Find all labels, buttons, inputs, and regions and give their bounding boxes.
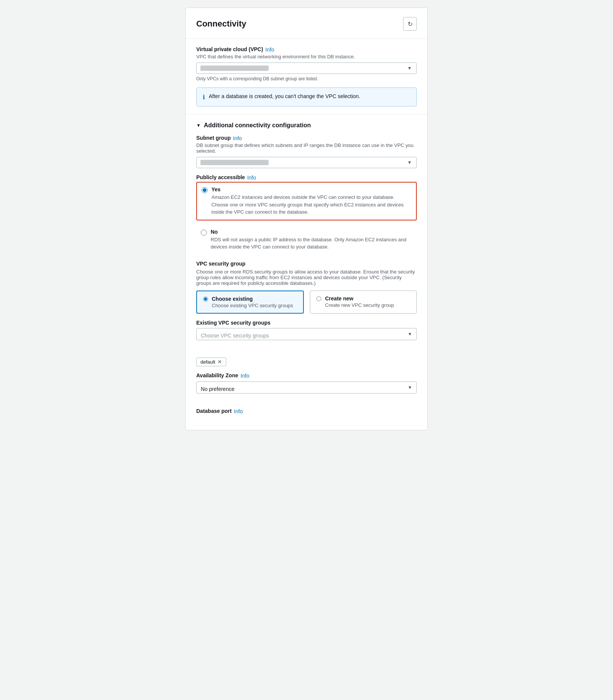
existing-sg-select[interactable] — [196, 328, 417, 340]
az-select-wrapper: ▼ — [196, 381, 417, 394]
vpc-chevron-icon: ▼ — [407, 66, 412, 71]
connectivity-card: Connectivity ↻ Virtual private cloud (VP… — [185, 8, 428, 430]
subnet-chevron-icon: ▼ — [407, 160, 412, 165]
page-title: Connectivity — [196, 19, 246, 29]
publicly-accessible-yes-option[interactable]: Yes Amazon EC2 instances and devices out… — [196, 182, 417, 220]
publicly-accessible-yes-radio[interactable] — [202, 187, 208, 193]
existing-sg-label: Existing VPC security groups — [196, 320, 417, 326]
subnet-value-masked — [200, 160, 269, 165]
create-new-desc: Create new VPC security group — [325, 302, 394, 308]
vpc-security-group-section: VPC security group Choose one or more RD… — [196, 261, 417, 366]
az-info-link[interactable]: Info — [241, 373, 249, 379]
card-header: Connectivity ↻ — [196, 17, 417, 31]
publicly-accessible-no-label[interactable]: No — [211, 229, 218, 235]
choose-existing-desc: Choose existing VPC security groups — [212, 303, 293, 308]
section-divider — [186, 114, 427, 114]
az-label: Availability Zone — [196, 372, 238, 378]
publicly-accessible-info-link[interactable]: Info — [247, 175, 256, 181]
choose-existing-option[interactable]: Choose existing Choose existing VPC secu… — [196, 291, 304, 314]
info-box-text: After a database is created, you can't c… — [209, 93, 360, 99]
db-port-info-link[interactable]: Info — [234, 408, 242, 414]
additional-config-label: Additional connectivity configuration — [204, 122, 311, 129]
subnet-label-row: Subnet group Info — [196, 135, 417, 142]
vpc-description: VPC that defines the virtual networking … — [196, 54, 417, 59]
vpc-info-link[interactable]: Info — [265, 47, 274, 53]
vpc-sg-options: Choose existing Choose existing VPC secu… — [196, 291, 417, 314]
choose-existing-radio[interactable] — [203, 297, 208, 302]
subnet-group-label: Subnet group — [196, 135, 231, 141]
default-tag-label: default — [200, 359, 215, 365]
info-circle-icon: ℹ — [203, 94, 205, 101]
publicly-accessible-yes-desc: Amazon EC2 instances and devices outside… — [211, 194, 411, 216]
choose-existing-content: Choose existing Choose existing VPC secu… — [212, 296, 293, 308]
create-new-option[interactable]: Create new Create new VPC security group — [310, 291, 417, 314]
additional-config-section: ▼ Additional connectivity configuration … — [196, 122, 417, 415]
db-port-label-row: Database port Info — [196, 408, 417, 415]
publicly-accessible-no-desc: RDS will not assign a public IP address … — [211, 236, 412, 251]
publicly-accessible-label: Publicly accessible — [196, 174, 245, 180]
subnet-description: DB subnet group that defines which subne… — [196, 142, 417, 154]
availability-zone-section: Availability Zone Info ▼ No preference — [196, 372, 417, 395]
subnet-select[interactable]: ▼ — [196, 157, 417, 168]
subnet-group-section: Subnet group Info DB subnet group that d… — [196, 135, 417, 168]
az-label-row: Availability Zone Info — [196, 372, 417, 379]
publicly-accessible-no-content: No RDS will not assign a public IP addre… — [211, 229, 412, 251]
publicly-accessible-yes-label[interactable]: Yes — [211, 186, 220, 192]
existing-sg-select-wrapper: ▼ — [196, 328, 417, 340]
publicly-accessible-no-radio[interactable] — [201, 230, 207, 236]
vpc-sg-description: Choose one or more RDS security groups t… — [196, 269, 417, 286]
publicly-accessible-yes-content: Yes Amazon EC2 instances and devices out… — [211, 186, 411, 216]
vpc-sg-label-row: VPC security group — [196, 261, 417, 267]
publicly-accessible-no-option[interactable]: No RDS will not assign a public IP addre… — [196, 225, 417, 255]
publicly-accessible-section: Publicly accessible Info Yes Amazon EC2 … — [196, 174, 417, 255]
db-port-label: Database port — [196, 408, 231, 414]
create-new-label[interactable]: Create new — [325, 295, 353, 302]
vpc-select[interactable]: ▼ — [196, 62, 417, 74]
refresh-icon: ↻ — [408, 20, 413, 28]
az-select[interactable] — [196, 381, 417, 394]
vpc-section: Virtual private cloud (VPC) Info VPC tha… — [196, 46, 417, 81]
default-tag: default ✕ — [196, 358, 226, 366]
subnet-info-link[interactable]: Info — [233, 135, 242, 141]
vpc-info-box: ℹ After a database is created, you can't… — [196, 88, 417, 106]
refresh-button[interactable]: ↻ — [403, 17, 417, 31]
default-tag-close-icon[interactable]: ✕ — [217, 359, 222, 364]
vpc-label-row: Virtual private cloud (VPC) Info — [196, 46, 417, 53]
database-port-section: Database port Info — [196, 408, 417, 415]
vpc-label: Virtual private cloud (VPC) — [196, 46, 263, 52]
create-new-radio[interactable] — [316, 296, 321, 301]
additional-config-header[interactable]: ▼ Additional connectivity configuration — [196, 122, 417, 129]
vpc-helper-text: Only VPCs with a corresponding DB subnet… — [196, 76, 417, 81]
vpc-sg-label: VPC security group — [196, 261, 246, 267]
collapse-arrow-icon: ▼ — [196, 123, 201, 128]
publicly-accessible-label-row: Publicly accessible Info — [196, 174, 417, 181]
header-divider — [186, 38, 427, 39]
vpc-value-masked — [200, 66, 269, 71]
create-new-content: Create new Create new VPC security group — [325, 295, 394, 308]
choose-existing-label[interactable]: Choose existing — [212, 296, 253, 302]
